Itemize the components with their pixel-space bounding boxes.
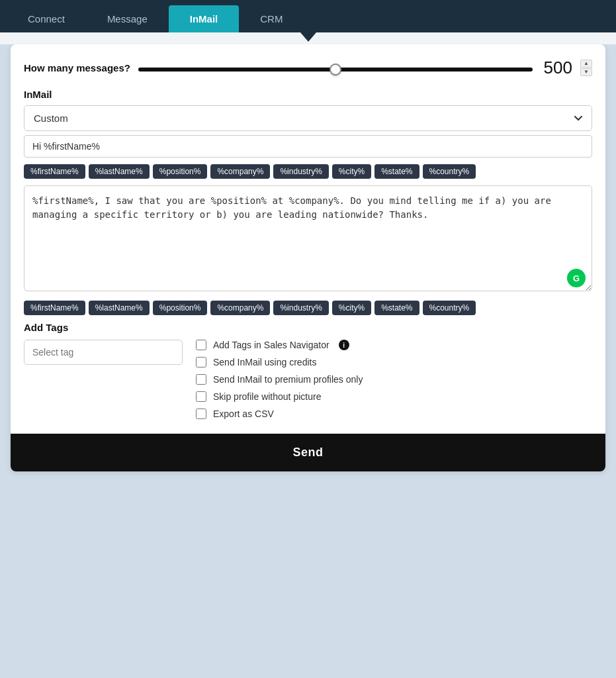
info-icon-sales-nav[interactable]: i <box>339 340 349 350</box>
tab-message[interactable]: Message <box>86 5 169 32</box>
chip-city-2[interactable]: %city% <box>332 301 371 315</box>
messages-value: 500 <box>541 58 572 78</box>
select-tag-input[interactable] <box>24 340 183 365</box>
checkbox-sales-nav-label: Add Tags in Sales Navigator <box>213 340 330 350</box>
tab-crm[interactable]: CRM <box>239 5 304 32</box>
checkbox-premium-only-input[interactable] <box>196 374 206 385</box>
checkbox-skip-no-pic[interactable]: Skip profile without picture <box>196 391 592 402</box>
send-button[interactable]: Send <box>11 434 605 471</box>
checkbox-skip-no-pic-input[interactable] <box>196 391 206 402</box>
tags-input-col <box>24 340 183 365</box>
tab-inmail[interactable]: InMail <box>169 5 240 32</box>
chip-company-1[interactable]: %company% <box>210 164 270 179</box>
chip-lastname-1[interactable]: %lastName% <box>89 164 150 179</box>
chip-position-2[interactable]: %position% <box>153 301 208 315</box>
checkbox-inmail-credits[interactable]: Send InMail using credits <box>196 357 592 367</box>
spinner-up[interactable]: ▲ <box>580 60 592 68</box>
template-dropdown[interactable]: Custom Template 1 Template 2 <box>24 105 592 131</box>
chip-company-2[interactable]: %company% <box>210 301 270 315</box>
body-chips: %firstName% %lastName% %position% %compa… <box>24 301 592 315</box>
checkbox-export-csv[interactable]: Export as CSV <box>196 409 592 419</box>
inmail-section-label: InMail <box>24 89 592 100</box>
checkbox-sales-nav[interactable]: Add Tags in Sales Navigator i <box>196 340 592 350</box>
slider-container <box>138 62 533 74</box>
tab-bar: Connect Message InMail CRM <box>0 0 616 32</box>
checkbox-sales-nav-input[interactable] <box>196 340 206 350</box>
message-body-textarea[interactable]: %firstName%, I saw that you are %positio… <box>24 185 592 291</box>
chip-country-1[interactable]: %country% <box>423 164 476 179</box>
messages-row: How many messages? 500 ▲ ▼ <box>24 58 592 78</box>
messages-label: How many messages? <box>24 62 130 73</box>
checkbox-inmail-credits-input[interactable] <box>196 357 206 367</box>
checkbox-premium-only-label: Send InMail to premium profiles only <box>213 374 363 385</box>
add-tags-label: Add Tags <box>24 322 592 333</box>
subject-input[interactable] <box>24 135 592 158</box>
chip-country-2[interactable]: %country% <box>423 301 476 315</box>
app-container: Connect Message InMail CRM How many mess… <box>0 0 616 678</box>
chip-state-1[interactable]: %state% <box>374 164 419 179</box>
chip-industry-1[interactable]: %industry% <box>273 164 328 179</box>
checkboxes-col: Add Tags in Sales Navigator i Send InMai… <box>196 340 592 419</box>
messages-slider[interactable] <box>138 68 533 72</box>
chip-firstname-2[interactable]: %firstName% <box>24 301 85 315</box>
textarea-wrapper: %firstName%, I saw that you are %positio… <box>24 185 592 294</box>
tab-indicator <box>0 32 616 44</box>
chip-lastname-2[interactable]: %lastName% <box>89 301 150 315</box>
subject-chips: %firstName% %lastName% %position% %compa… <box>24 164 592 179</box>
tags-row: Add Tags in Sales Navigator i Send InMai… <box>24 340 592 419</box>
checkbox-premium-only[interactable]: Send InMail to premium profiles only <box>196 374 592 385</box>
checkbox-skip-no-pic-label: Skip profile without picture <box>213 391 321 402</box>
chip-industry-2[interactable]: %industry% <box>273 301 328 315</box>
checkbox-inmail-credits-label: Send InMail using credits <box>213 357 316 367</box>
spinner-down[interactable]: ▼ <box>580 68 592 76</box>
checkbox-export-csv-label: Export as CSV <box>213 409 274 419</box>
tab-connect[interactable]: Connect <box>7 5 86 32</box>
checkbox-export-csv-input[interactable] <box>196 409 206 419</box>
chip-city-1[interactable]: %city% <box>332 164 371 179</box>
main-card: How many messages? 500 ▲ ▼ InMail Custom… <box>11 44 605 471</box>
chip-state-2[interactable]: %state% <box>374 301 419 315</box>
messages-spinner: ▲ ▼ <box>580 60 592 76</box>
chip-firstname-1[interactable]: %firstName% <box>24 164 85 179</box>
chip-position-1[interactable]: %position% <box>153 164 208 179</box>
